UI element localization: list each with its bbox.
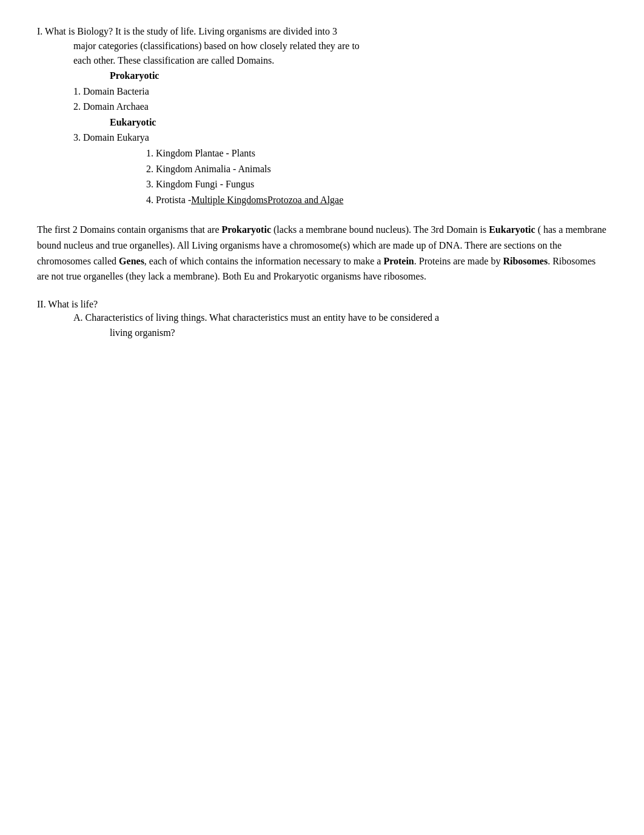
item2-label: 2. Domain Archaea (73, 101, 149, 112)
para-after-genes: , each of which contains the information… (144, 256, 384, 266)
main-paragraph: The first 2 Domains contain organisms th… (37, 222, 607, 284)
section-ii-sub-a: A. Characteristics of living things. Wha… (73, 310, 607, 341)
item3-label: 3. Domain Eukarya (73, 132, 149, 143)
document-body: I. What is Biology? It is the study of l… (37, 24, 607, 341)
sub3-label: 3. Kingdom Fungi - Fungus (146, 179, 254, 189)
intro-line3: each other. These classification are cal… (73, 53, 274, 68)
section-ii-label: II. What is life? (37, 299, 98, 309)
kingdom-plantae: 1. Kingdom Plantae - Plants (146, 146, 607, 161)
sub2-label: 2. Kingdom Animalia - Animals (146, 164, 271, 174)
sub-a-text: A. Characteristics of living things. Wha… (73, 312, 439, 323)
intro-line1: I. What is Biology? It is the study of l… (37, 26, 337, 36)
para-after-prokaryotic: (lacks a membrane bound nucleus). The 3r… (271, 224, 489, 235)
eukaryotic-heading: Eukaryotic (110, 115, 156, 130)
para-protein: Protein (383, 256, 414, 266)
domain-eukarya: 3. Domain Eukarya (73, 130, 607, 146)
domain-bacteria: 1. Domain Bacteria (73, 84, 607, 99)
section-ii-heading: II. What is life? (37, 299, 607, 310)
section-ii: II. What is life? A. Characteristics of … (37, 299, 607, 341)
para-eukaryotic: Eukaryotic (489, 224, 535, 235)
intro-line2: major categories (classifications) based… (73, 39, 360, 53)
sub-a-cont: living organism? (110, 325, 175, 341)
para-ribosomes: Ribosomes (503, 256, 548, 266)
kingdom-fungi: 3. Kingdom Fungi - Fungus (146, 176, 607, 192)
intro-block: I. What is Biology? It is the study of l… (37, 24, 607, 68)
sub4-prefix: 4. Protista - (146, 192, 191, 208)
para-prokaryotic: Prokaryotic (222, 224, 271, 235)
multiple-kingdoms: Multiple Kingdoms (191, 192, 267, 208)
item1-label: 1. Domain Bacteria (73, 86, 149, 96)
sub1-label: 1. Kingdom Plantae - Plants (146, 148, 255, 158)
eukaryotic-heading-block: Eukaryotic (73, 115, 607, 130)
protista-line: 4. Protista - Multiple Kingdoms Protozoa… (146, 192, 607, 208)
protozoa-algae: Protozoa and Algae (267, 192, 343, 208)
para-before-prokaryotic: The first 2 Domains contain organisms th… (37, 224, 222, 235)
prokaryotic-heading-block: Prokaryotic (73, 68, 607, 84)
prokaryotic-heading: Prokaryotic (110, 68, 159, 84)
kingdom-animalia: 2. Kingdom Animalia - Animals (146, 161, 607, 177)
section-i: I. What is Biology? It is the study of l… (37, 24, 607, 207)
para-after-protein: . Proteins are made by (414, 256, 503, 266)
domain-archaea: 2. Domain Archaea (73, 99, 607, 115)
para-genes: Genes (119, 256, 144, 266)
